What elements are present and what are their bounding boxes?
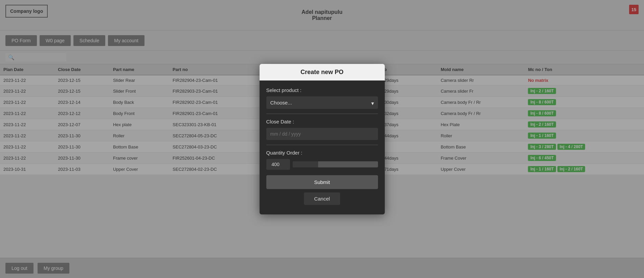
cancel-button[interactable]: Cancel bbox=[304, 192, 340, 205]
close-date-input[interactable] bbox=[266, 128, 378, 140]
close-date-label: Close Date : bbox=[266, 119, 378, 124]
select-product-label: Select product : bbox=[266, 87, 378, 93]
qty-input[interactable] bbox=[266, 159, 290, 170]
qty-row bbox=[266, 159, 378, 170]
modal-overlay: Create new PO Select product : Choose...… bbox=[0, 0, 644, 278]
modal-divider-1 bbox=[266, 114, 378, 114]
qty-bar bbox=[293, 161, 378, 167]
qty-bar-fill bbox=[293, 161, 318, 167]
submit-button[interactable]: Submit bbox=[266, 175, 378, 189]
select-product-wrapper: Choose... bbox=[266, 96, 378, 110]
select-product-dropdown[interactable]: Choose... bbox=[266, 96, 378, 109]
modal-body: Select product : Choose... Close Date : … bbox=[260, 80, 385, 214]
modal-divider-2 bbox=[266, 145, 378, 145]
modal-title: Create new PO bbox=[260, 64, 385, 80]
qty-label: Quantity Order : bbox=[266, 150, 378, 156]
create-po-modal: Create new PO Select product : Choose...… bbox=[260, 64, 385, 214]
